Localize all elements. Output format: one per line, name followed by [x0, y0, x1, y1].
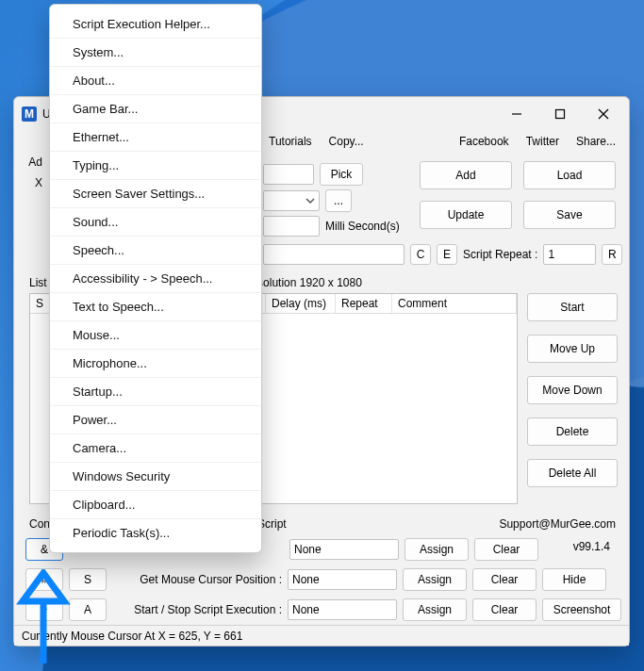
context-menu: Script Execution Helper...System...About… — [49, 4, 262, 553]
assign-3[interactable]: Assign — [403, 598, 467, 621]
config-label: Con — [29, 517, 50, 531]
pick-button[interactable]: Pick — [320, 163, 363, 186]
movedown-button[interactable]: Move Down — [527, 376, 618, 404]
start-stop-label: Start / Stop Script Execution : — [112, 603, 282, 616]
hotkey-slot-2b[interactable]: S — [69, 568, 107, 591]
context-menu-item[interactable]: Power... — [50, 406, 261, 434]
minimize-icon — [511, 108, 522, 120]
context-menu-item[interactable]: System... — [50, 39, 261, 67]
getmouse-hotkey-input[interactable] — [288, 569, 397, 590]
e-button[interactable]: E — [437, 244, 457, 265]
chevron-down-icon — [305, 196, 315, 205]
clear-1[interactable]: Clear — [474, 538, 538, 561]
maximize-button[interactable] — [538, 100, 582, 128]
context-menu-item[interactable]: Windows Security — [50, 463, 261, 491]
col-repeat[interactable]: Repeat — [336, 294, 392, 313]
context-menu-item[interactable]: Camera... — [50, 434, 261, 463]
update-button[interactable]: Update — [420, 201, 512, 229]
c-button[interactable]: C — [410, 244, 431, 265]
hotkey-slot-3b[interactable]: A — [69, 598, 107, 621]
menu-share[interactable]: Share... — [570, 135, 621, 148]
col-comment[interactable]: Comment — [392, 294, 517, 313]
context-menu-item[interactable]: Clipboard... — [50, 491, 261, 519]
assign-2[interactable]: Assign — [403, 568, 467, 591]
value-input-1[interactable] — [263, 164, 314, 185]
annotation-arrow — [13, 569, 74, 667]
clear-3[interactable]: Clear — [472, 598, 537, 621]
status-bar: Currently Mouse Cursor At X = 625, Y = 6… — [14, 625, 629, 646]
context-menu-item[interactable]: Microphone... — [50, 350, 261, 378]
add-label: Ad — [25, 155, 42, 169]
delay-input[interactable] — [263, 216, 320, 237]
get-mouse-label: Get Mouse Cursor Position : — [112, 573, 282, 586]
close-button[interactable] — [582, 100, 625, 128]
moveup-button[interactable]: Move Up — [527, 335, 618, 363]
milliseconds-label: Milli Second(s) — [325, 220, 400, 233]
svg-rect-1 — [556, 110, 565, 119]
minimize-button[interactable] — [495, 100, 538, 128]
r-button[interactable]: R — [602, 244, 622, 265]
start-button[interactable]: Start — [527, 293, 618, 321]
menu-tutorials[interactable]: Tutorials — [263, 135, 318, 148]
save-button[interactable]: Save — [523, 201, 616, 229]
assign-1[interactable]: Assign — [405, 538, 469, 561]
load-button[interactable]: Load — [523, 161, 616, 189]
clear-2[interactable]: Clear — [472, 568, 537, 591]
hide-button[interactable]: Hide — [542, 568, 606, 591]
delete-button[interactable]: Delete — [527, 417, 618, 446]
context-menu-item[interactable]: Ethernet... — [50, 123, 261, 152]
add-button[interactable]: Add — [420, 161, 512, 189]
menu-twitter[interactable]: Twitter — [520, 135, 565, 148]
script-hotkey-input[interactable] — [289, 539, 399, 560]
list-label: List — [29, 276, 47, 289]
context-menu-item[interactable]: Periodic Task(s)... — [50, 519, 261, 547]
context-menu-item[interactable]: Startup... — [50, 378, 261, 406]
script-repeat-label: Script Repeat : — [463, 248, 537, 261]
context-menu-item[interactable]: Speech... — [50, 237, 261, 265]
context-menu-item[interactable]: Accessibility - > Speech... — [50, 265, 261, 293]
combo-1[interactable] — [263, 190, 320, 211]
menu-facebook[interactable]: Facebook — [454, 135, 515, 148]
script-name-input[interactable] — [263, 244, 405, 265]
screenshot-button[interactable]: Screenshot — [542, 598, 621, 621]
context-menu-item[interactable]: Text to Speech... — [50, 293, 261, 321]
context-menu-item[interactable]: Script Execution Helper... — [50, 10, 261, 39]
context-menu-item[interactable]: About... — [50, 67, 261, 95]
col-delay[interactable]: Delay (ms) — [266, 294, 336, 313]
context-menu-item[interactable]: Sound... — [50, 208, 261, 237]
app-logo: M — [22, 106, 37, 122]
support-link[interactable]: Support@MurGee.com — [499, 517, 616, 531]
menu-copy[interactable]: Copy... — [323, 135, 370, 148]
version-label: v99.1.4 — [573, 540, 610, 553]
context-menu-item[interactable]: Game Bar... — [50, 95, 261, 123]
script-repeat-input[interactable] — [543, 244, 596, 265]
x-label: X — [25, 176, 42, 189]
startstop-hotkey-input[interactable] — [288, 599, 397, 620]
close-icon — [598, 108, 609, 120]
context-menu-item[interactable]: Typing... — [50, 152, 261, 180]
deleteall-button[interactable]: Delete All — [527, 459, 618, 487]
context-menu-item[interactable]: Screen Saver Settings... — [50, 180, 261, 208]
dots-button[interactable]: ... — [325, 189, 352, 212]
context-menu-item[interactable]: Mouse... — [50, 321, 261, 350]
maximize-icon — [554, 108, 566, 120]
